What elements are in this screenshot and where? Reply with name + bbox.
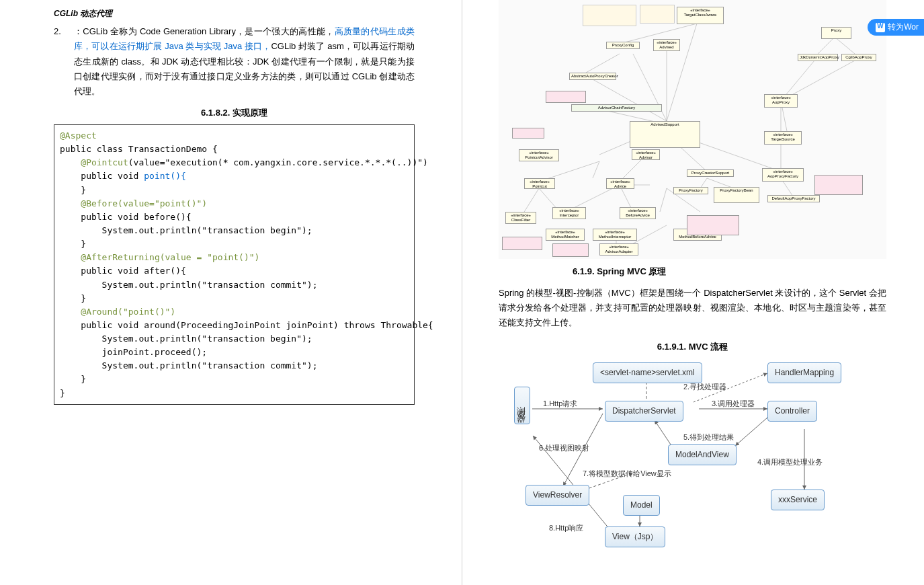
uml-default-factory: DefaultAopProxyFactory <box>767 195 820 202</box>
svg-line-5 <box>593 79 667 121</box>
code-line: joinPoint.proceed(); <box>60 346 409 359</box>
uml-before-advice: «interface» BeforeAdvice <box>620 207 656 219</box>
list-number: 2. <box>54 24 74 98</box>
uml-note-7 <box>687 215 739 235</box>
svg-line-1 <box>667 24 697 121</box>
code-line: } <box>60 387 409 400</box>
code-line: @Pointcut(value="execution(* com.yangxin… <box>60 156 409 169</box>
uml-proxy-config: ProxyConfig <box>606 42 640 49</box>
convert-to-word-button[interactable]: 转为Wor <box>868 19 924 36</box>
uml-proxy-factory: ProxyFactory <box>673 187 708 194</box>
uml-advised-support: AdvisedSupport <box>630 121 700 148</box>
uml-aop-proxy: «interface» AopProxy <box>764 94 798 108</box>
mvc-model: Model <box>623 495 660 515</box>
mvc-step1: 1.Http请求 <box>543 397 577 410</box>
uml-advisor-adapter: «interface» AdvisorAdapter <box>599 243 638 256</box>
uml-note-3 <box>512 128 544 139</box>
uml-advised: «interface» Advised <box>653 39 680 51</box>
uml-method-interceptor: «interface» MethodInterceptor <box>593 229 637 241</box>
page-left: CGLib 动态代理 2. ：CGLib 全称为 Code Generation… <box>0 0 462 585</box>
uml-proxy-factory-bean: ProxyFactoryBean <box>714 187 759 203</box>
code-line: @AfterReturning(value = "point()") <box>60 251 409 264</box>
mvc-view-resolver: ViewResolver <box>526 485 589 505</box>
code-line: @Around("point()") <box>60 305 409 319</box>
cglib-subtitle: CGLib 动态代理 <box>54 7 415 20</box>
heading-6191: 6.1.9.1. MVC 流程 <box>499 340 886 354</box>
code-line: System.out.println("transaction begin"); <box>60 332 409 346</box>
code-line: public void before(){ <box>60 210 409 224</box>
mvc-step2: 2.寻找处理器 <box>683 381 726 393</box>
code-line: public void after(){ <box>60 264 409 278</box>
mvc-step6: 6.处理视图映射 <box>539 442 589 455</box>
svg-line-28 <box>835 37 855 54</box>
uml-target-class-aware: «interface» TargetClassAware <box>677 7 724 24</box>
uml-diagram: «interface» TargetClassAware ProxyConfig… <box>499 0 886 259</box>
uml-cglib-proxy: CglibAopProxy <box>841 54 876 61</box>
mvc-step4: 4.调用模型处理业务 <box>757 456 823 469</box>
code-line: public void around(ProceedingJoinPoint j… <box>60 319 409 332</box>
mvc-step5: 5.得到处理结果 <box>683 431 734 444</box>
uml-note-8 <box>814 175 863 195</box>
mvc-step3: 3.调用处理器 <box>712 397 755 410</box>
uml-pointcut-advisor: «interface» PointcutAdvisor <box>519 149 559 161</box>
uml-abstract-auto: AbstractAutoProxyCreator <box>569 73 616 80</box>
code-line: } <box>60 237 409 251</box>
mvc-diagram: 浏览器 <servlet-name>servlet.xml Dispatcher… <box>499 358 886 547</box>
uml-method-matcher: «interface» MethodMatcher <box>546 229 585 241</box>
code-line: @Before(value="point()") <box>60 197 409 210</box>
uml-interceptor: «interface» Interceptor <box>552 207 586 219</box>
mvc-controller: Controller <box>767 401 817 421</box>
uml-pointcut: «interface» Pointcut <box>524 178 555 189</box>
uml-proxy: Proxy <box>821 27 851 39</box>
uml-note-4 <box>546 91 586 103</box>
uml-note-2 <box>640 5 675 24</box>
code-line: System.out.println("transaction commit")… <box>60 278 409 292</box>
uml-target-source: «interface» TargetSource <box>764 131 802 145</box>
svg-line-11 <box>593 161 599 178</box>
svg-line-36 <box>735 418 767 446</box>
uml-advisor: «interface» Advisor <box>632 149 660 160</box>
mvc-browser: 浏览器 <box>514 387 530 424</box>
code-line: public class TransactionDemo { <box>60 143 409 156</box>
heading-619: 6.1.9. Spring MVC 原理 <box>573 264 886 279</box>
list-text: ：CGLib 全称为 Code Generation Library，是一个强大… <box>74 24 415 98</box>
list-item-2: 2. ：CGLib 全称为 Code Generation Library，是一… <box>54 24 415 98</box>
code-line: public void point(){ <box>60 169 409 183</box>
code-line: } <box>60 184 409 197</box>
uml-note-1 <box>583 5 636 26</box>
code-line: @Aspect <box>60 129 409 143</box>
page-divider <box>462 0 462 585</box>
code-line: } <box>60 292 409 305</box>
code-line: } <box>60 373 409 386</box>
heading-6182: 6.1.8.2. 实现原理 <box>54 106 415 120</box>
mvc-step8: 8.Http响应 <box>549 522 583 535</box>
mvc-step7: 7.将模型数据传给View显示 <box>583 467 671 480</box>
svg-line-17 <box>660 188 667 212</box>
uml-advice: «interface» Advice <box>606 178 634 189</box>
mvc-model-view: ModelAndView <box>668 444 737 465</box>
code-line: System.out.println("transaction commit")… <box>60 359 409 373</box>
uml-advisor-chain: AdvisorChainFactory <box>571 104 662 112</box>
convert-label: 转为Wor <box>888 22 919 33</box>
svg-line-14 <box>522 188 539 215</box>
code-line: System.out.println("transaction begin"); <box>60 224 409 237</box>
uml-note-6 <box>552 243 589 257</box>
text-pre: ：CGLib 全称为 Code Generation Library，是一个强大… <box>74 26 335 36</box>
page-right: «interface» TargetClassAware ProxyConfig… <box>462 0 923 585</box>
uml-aop-proxy-factory: «interface» AopProxyFactory <box>762 168 804 182</box>
mvc-handler-mapping: HandlerMapping <box>767 362 841 383</box>
mvc-view: View（Jsp） <box>605 526 665 547</box>
mvc-body: Spring 的模型-视图-控制器（MVC）框架是围绕一个 Dispatcher… <box>499 286 886 330</box>
uml-note-5 <box>502 237 542 250</box>
word-icon <box>876 23 885 32</box>
svg-line-27 <box>818 37 835 54</box>
mvc-config: <servlet-name>servlet.xml <box>593 362 702 383</box>
mvc-dispatcher: DispatcherServlet <box>605 401 683 421</box>
uml-proxy-creator: ProxyCreatorSupport <box>687 169 734 177</box>
code-block: @Aspect public class TransactionDemo { @… <box>54 124 415 405</box>
svg-line-2 <box>586 54 620 73</box>
uml-jdk-proxy: JdkDynamicAopProxy <box>798 54 838 61</box>
mvc-service: xxxService <box>771 490 825 510</box>
uml-class-filter: «interface» ClassFilter <box>505 212 536 224</box>
